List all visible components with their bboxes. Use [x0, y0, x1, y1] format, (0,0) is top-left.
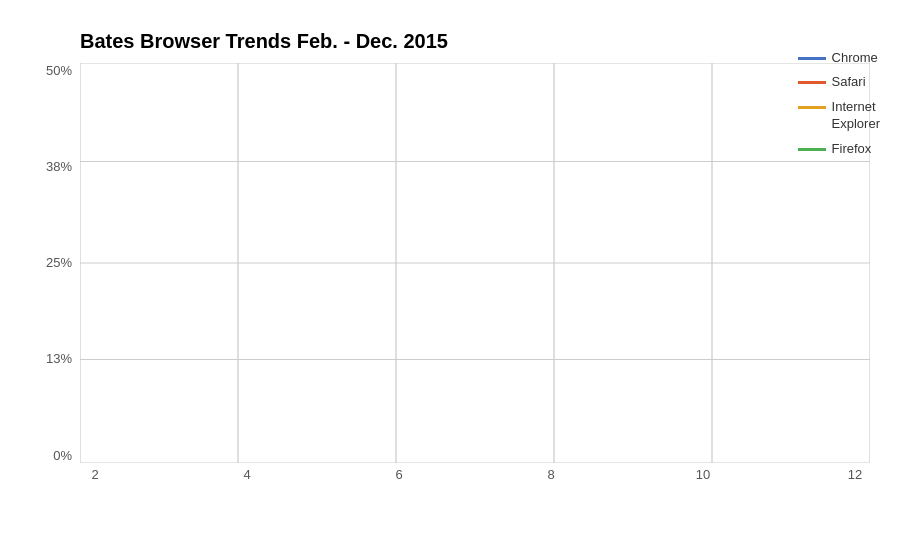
- legend-safari-line: [798, 81, 826, 84]
- y-label-38: 38%: [46, 159, 72, 174]
- y-axis: 50% 38% 25% 13% 0%: [30, 63, 80, 493]
- x-label-12: 12: [840, 467, 870, 493]
- y-label-13: 13%: [46, 351, 72, 366]
- legend-safari: Safari: [798, 74, 880, 91]
- y-label-50: 50%: [46, 63, 72, 78]
- legend-chrome-line: [798, 57, 826, 60]
- x-axis: 2 4 6 8 10 12: [80, 463, 870, 493]
- legend-chrome-label: Chrome: [832, 50, 878, 67]
- legend-ie-line: [798, 106, 826, 109]
- y-label-25: 25%: [46, 255, 72, 270]
- x-label-8: 8: [536, 467, 566, 493]
- x-label-10: 10: [688, 467, 718, 493]
- x-label-2: 2: [80, 467, 110, 493]
- legend-chrome: Chrome: [798, 50, 880, 67]
- legend-ie: InternetExplorer: [798, 99, 880, 133]
- x-label-6: 6: [384, 467, 414, 493]
- chart-title: Bates Browser Trends Feb. - Dec. 2015: [80, 30, 870, 53]
- legend-ie-label: InternetExplorer: [832, 99, 880, 133]
- legend-firefox: Firefox: [798, 141, 880, 158]
- legend: Chrome Safari InternetExplorer Firefox: [798, 50, 880, 158]
- legend-firefox-line: [798, 148, 826, 151]
- x-label-4: 4: [232, 467, 262, 493]
- legend-safari-label: Safari: [832, 74, 866, 91]
- chart-canvas: [80, 63, 870, 463]
- legend-firefox-label: Firefox: [832, 141, 872, 158]
- y-label-0: 0%: [53, 448, 72, 463]
